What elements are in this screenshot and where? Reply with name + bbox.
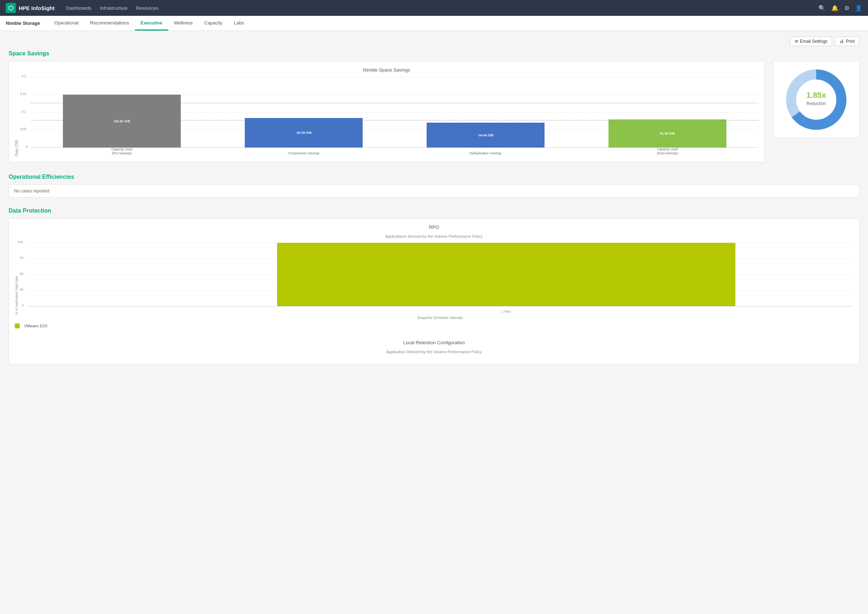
rpo-ylabel-75: 75 [20,256,23,260]
nav-infrastructure[interactable]: Infrastructure [100,4,128,12]
op-eff-title: Operational Efficiencies [9,174,859,180]
rpo-chart-area: % of Application Total Data 100 75 50 [15,243,853,315]
bar-3-value: -34.46 GiB [478,134,493,137]
gridline-0: 0 [31,148,758,148]
donut-wrapper: 1.85x Reduction [784,67,849,132]
svg-text:Reduction: Reduction [806,101,826,106]
email-icon: ✉ [795,39,798,44]
logo-icon: ⬡ [6,3,16,13]
email-settings-button[interactable]: ✉ Email Settings [790,37,832,46]
local-retention-title: Local Retention Configuration [15,340,853,345]
tab-recommendations[interactable]: Recommendations [84,16,135,31]
bar-chart-inner: 0.2 0.15 0.1 0.05 0 [21,77,758,156]
rpo-inner: 100 75 50 25 0 [20,243,853,315]
bar-2-value: -35.39 GiB [296,131,312,135]
rpo-ylabel-0: 0 [22,303,24,307]
bars-container: 151.81 GiB Capacity Used (Pre-Savings) -… [31,77,758,148]
bar-3: -34.46 GiB [427,123,545,148]
space-savings-container: Nimble Space Savings Data (TiB) 0.2 0.15… [9,61,859,162]
ylabel-02: 0.2 [22,75,26,78]
print-button[interactable]: 🖨 Print [835,37,859,46]
bar-group-1: 151.81 GiB Capacity Used (Pre-Savings) [31,77,213,148]
main-content: ✉ Email Settings 🖨 Print Space Savings N… [0,31,868,614]
ylabel-0: 0 [26,145,28,149]
bar-1-value: 151.81 GiB [113,120,130,123]
local-retention-subtitle: Application Derived by the Volume Perfor… [15,350,853,354]
y-axis-label: Data (TiB) [15,77,19,156]
space-savings-chart: Nimble Space Savings Data (TiB) 0.2 0.15… [9,61,764,162]
top-actions: ✉ Email Settings 🖨 Print [9,37,859,46]
bar-group-3: -34.46 GiB Deduplication Savings [395,77,577,148]
second-nav: Nimble Storage Operational Recommendatio… [0,16,868,31]
data-protection-section: Data Protection RPO Applications Derived… [9,208,859,364]
data-protection-title: Data Protection [9,208,859,214]
ylabel-01: 0.1 [22,110,26,113]
rpo-chart-card: RPO Applications Derived by the Volume P… [9,218,859,364]
bar-4-label: Capacity Used (Post-Savings) [657,148,678,155]
bar-4: 81.96 GiB [609,120,727,148]
app-logo[interactable]: ⬡ HPE InfoSight [6,3,55,13]
app-name: HPE InfoSight [19,5,55,11]
bar-2: -35.39 GiB [245,118,363,148]
rpo-y-axis-label: % of Application Total Data [15,243,18,315]
chart-title: Nimble Space Savings [15,67,758,73]
rpo-x-label: 1 hour [277,310,735,313]
rpo-gridline-0: 0 [27,306,853,306]
donut-svg: 1.85x Reduction [784,67,849,132]
chart-legend: VMware ESX [15,323,853,328]
search-icon[interactable]: 🔍 [818,5,826,11]
bar-1-label: Capacity Used (Pre-Savings) [112,148,133,155]
local-retention-section: Local Retention Configuration Applicatio… [15,340,853,354]
no-cases-box: No cases reported [9,185,859,197]
product-label: Nimble Storage [6,20,40,26]
top-nav-icons: 🔍 🔔 ⚙ 👤 [818,5,862,11]
svg-text:1.85x: 1.85x [806,91,826,99]
tab-wellness[interactable]: Wellness [168,16,199,31]
ylabel-015: 0.15 [20,92,26,96]
rpo-chart-subtitle: Applications Derived by the Volume Perfo… [15,234,853,238]
space-savings-title: Space Savings [9,50,859,57]
rpo-ylabel-50: 50 [20,272,23,275]
rpo-ylabel-100: 100 [18,240,23,244]
rpo-chart-title: RPO [15,224,853,230]
tab-executive[interactable]: Executive [135,16,168,31]
tab-labs[interactable]: Labs [228,16,250,31]
bar-group-4: 81.96 GiB Capacity Used (Post-Savings) [577,77,758,148]
nav-resources[interactable]: Resources [136,4,158,12]
op-eff-section: Operational Efficiencies No cases report… [9,174,859,197]
rpo-x-sublabel: Snapshot Schedule Intervals [27,316,853,320]
rpo-bar [277,243,735,306]
bar-2-label: Compression Savings [288,151,319,155]
bar-4-value: 81.96 GiB [660,132,675,135]
nav-tabs: Operational Recommendations Executive We… [48,16,250,31]
bar-3-label: Deduplication Savings [470,151,501,155]
tab-capacity[interactable]: Capacity [198,16,228,31]
legend-dot-vmware [15,323,20,328]
rpo-ylabel-25: 25 [20,288,23,291]
tab-operational[interactable]: Operational [48,16,84,31]
bell-icon[interactable]: 🔔 [831,5,839,11]
top-nav-links: Dashboards Infrastructure Resources [66,4,818,12]
nav-dashboards[interactable]: Dashboards [66,4,91,12]
ylabel-005: 0.05 [20,127,26,131]
donut-card: 1.85x Reduction [773,61,859,138]
print-icon: 🖨 [840,39,844,44]
bar-chart-area: Data (TiB) 0.2 0.15 0.1 [15,77,758,156]
bar-1: 151.81 GiB [63,95,181,148]
bar-group-2: -35.39 GiB Compression Savings [213,77,395,148]
user-icon[interactable]: 👤 [855,5,862,11]
top-nav: ⬡ HPE InfoSight Dashboards Infrastructur… [0,0,868,16]
gear-icon[interactable]: ⚙ [844,5,849,11]
legend-label-vmware: VMware ESX [24,324,47,328]
